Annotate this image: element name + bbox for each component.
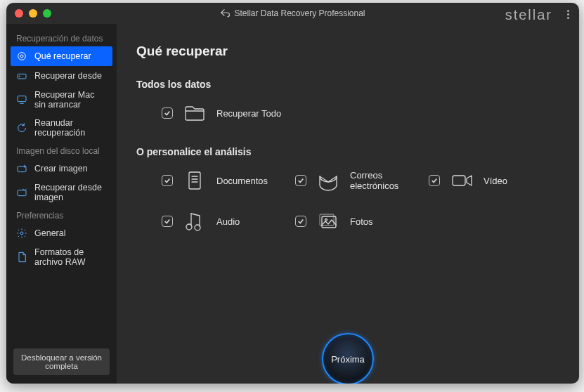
refresh-icon xyxy=(16,122,27,133)
sidebar-item-crear-imagen[interactable]: Crear imagen xyxy=(6,159,117,178)
sidebar-item-label: Qué recuperar xyxy=(34,51,91,61)
checkbox-icon[interactable] xyxy=(162,107,173,119)
svg-rect-12 xyxy=(189,172,200,189)
all-data-section: Todos los datos Recuperar Todo xyxy=(136,79,562,125)
next-button-label: Próxima xyxy=(331,354,365,365)
sidebar-group-title: Recuperación de datos xyxy=(6,30,117,46)
svg-marker-17 xyxy=(467,176,472,185)
sidebar-item-general[interactable]: General xyxy=(6,223,117,243)
video-icon xyxy=(450,169,474,192)
audio-icon xyxy=(183,209,207,233)
option-audio[interactable]: Audio xyxy=(162,209,295,233)
sidebar-item-label: Recuperar desde imagen xyxy=(34,183,107,202)
option-v-deo[interactable]: Vídeo xyxy=(429,169,562,192)
custom-title: O personalice el análisis xyxy=(136,146,562,157)
option-label: Audio xyxy=(216,216,240,227)
svg-point-18 xyxy=(186,224,192,230)
option-label: Recuperar Todo xyxy=(216,108,281,119)
disk-plus-icon xyxy=(16,163,27,174)
option-label: Correos electrónicos xyxy=(350,170,429,191)
checkbox-icon[interactable] xyxy=(295,216,306,227)
svg-rect-4 xyxy=(18,96,26,102)
sidebar-item-label: Crear imagen xyxy=(34,164,88,174)
app-title: Stellar Data Recovery Professional xyxy=(234,8,365,18)
menu-kebab-icon[interactable] xyxy=(567,10,569,19)
sidebar-item-recuperar-desde[interactable]: Recuperar desde xyxy=(6,66,117,86)
sidebar-item-reanudar-recuperaci-n[interactable]: Reanudar recuperación xyxy=(6,114,117,142)
gear-icon xyxy=(16,228,27,239)
sidebar: Recuperación de datosQué recuperarRecupe… xyxy=(6,24,117,384)
option-label: Fotos xyxy=(350,216,373,227)
minimize-window-button[interactable] xyxy=(29,9,37,18)
svg-rect-9 xyxy=(18,190,26,196)
mail-icon xyxy=(316,169,340,192)
maximize-window-button[interactable] xyxy=(43,9,51,18)
photos-icon xyxy=(316,209,340,233)
sidebar-item-label: General xyxy=(34,228,65,238)
svg-point-10 xyxy=(20,232,23,235)
option-label: Documentos xyxy=(216,176,268,186)
option-correos-electr-nicos[interactable]: Correos electrónicos xyxy=(295,169,429,192)
sidebar-item-recuperar-desde-imagen[interactable]: Recuperar desde imagen xyxy=(6,178,117,207)
next-button[interactable]: Próxima xyxy=(322,333,374,384)
sidebar-group-title: Imagen del disco local xyxy=(6,142,117,159)
svg-point-3 xyxy=(19,76,20,77)
sidebar-item-recuperar-mac-sin-arrancar[interactable]: Recuperar Mac sin arrancar xyxy=(6,86,117,114)
checkbox-icon[interactable] xyxy=(429,175,440,186)
sidebar-item-label: Formatos de archivo RAW xyxy=(34,247,107,267)
window-controls xyxy=(15,9,51,18)
page-title: Qué recuperar xyxy=(136,44,562,59)
disk-restore-icon xyxy=(16,187,27,198)
target-icon xyxy=(16,51,27,62)
unlock-full-version-button[interactable]: Desbloquear a versión completa xyxy=(13,348,110,375)
main-panel: Qué recuperar Todos los datos Recuperar … xyxy=(117,24,579,384)
sidebar-item-label: Recuperar desde xyxy=(34,71,102,81)
sidebar-item-qu-recuperar[interactable]: Qué recuperar xyxy=(11,46,112,66)
app-window: Stellar Data Recovery Professional stell… xyxy=(6,3,579,384)
doc-icon xyxy=(16,251,27,263)
checkbox-icon[interactable] xyxy=(295,175,306,186)
back-icon[interactable] xyxy=(220,8,230,20)
checkbox-icon[interactable] xyxy=(162,216,173,227)
custom-section: O personalice el análisis DocumentosCorr… xyxy=(136,146,562,233)
checkbox-icon[interactable] xyxy=(162,175,173,186)
option-fotos[interactable]: Fotos xyxy=(295,209,429,233)
close-window-button[interactable] xyxy=(15,9,23,18)
svg-point-0 xyxy=(18,53,26,60)
brand-logo: stellar xyxy=(505,7,552,23)
sidebar-group-title: Preferencias xyxy=(6,207,117,223)
svg-point-21 xyxy=(325,219,327,221)
drive-icon xyxy=(16,70,27,81)
svg-point-1 xyxy=(20,55,23,58)
title-center: Stellar Data Recovery Professional xyxy=(6,8,579,20)
svg-rect-16 xyxy=(453,176,465,185)
monitor-icon xyxy=(16,94,27,105)
all-data-title: Todos los datos xyxy=(136,79,562,90)
sidebar-item-label: Reanudar recuperación xyxy=(34,118,107,138)
sidebar-item-formatos-de-archivo-raw[interactable]: Formatos de archivo RAW xyxy=(6,243,117,271)
svg-point-19 xyxy=(195,225,200,230)
option-recover-all[interactable]: Recuperar Todo xyxy=(162,101,562,125)
option-documentos[interactable]: Documentos xyxy=(162,169,295,192)
sidebar-item-label: Recuperar Mac sin arrancar xyxy=(34,90,107,110)
folder-icon xyxy=(183,101,207,125)
option-label: Vídeo xyxy=(484,176,507,186)
documents-icon xyxy=(183,169,207,192)
titlebar: Stellar Data Recovery Professional stell… xyxy=(6,3,579,24)
